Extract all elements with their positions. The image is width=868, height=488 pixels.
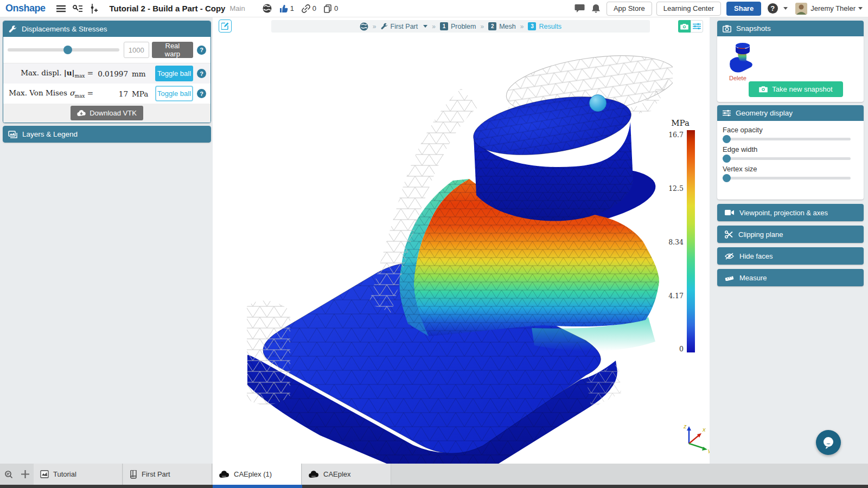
warp-value-input[interactable] (124, 42, 149, 58)
max-displacement-ball[interactable] (590, 95, 607, 112)
copies-indicator[interactable]: 0 (324, 4, 338, 13)
snapshot-delete-link[interactable]: Delete (729, 75, 746, 81)
3d-viewport[interactable]: » First Part » 1 Problem » 2 Mesh » 3 Re… (213, 17, 710, 464)
snapshot-thumbnail[interactable] (728, 39, 755, 74)
sliders-icon (723, 110, 731, 117)
colorbar-tick: 4.17 (653, 292, 684, 300)
geometry-display-panel: Geometry display Face opacity Edge width… (717, 105, 864, 200)
von-mises-value: 17 (93, 89, 128, 98)
tab-label: First Part (142, 470, 170, 478)
link-icon (302, 4, 310, 13)
tab-tutorial[interactable]: Tutorial (34, 464, 123, 485)
max-displacement-unit: mm (128, 69, 150, 78)
hamburger-menu-icon[interactable] (55, 3, 67, 15)
download-vtk-button[interactable]: Download VTK (71, 106, 143, 120)
breadcrumb-step-results[interactable]: 3 Results (528, 22, 561, 30)
von-mises-label: Max. Von Mises σmax = (8, 88, 93, 99)
svg-text:x: x (702, 426, 706, 433)
viewpoint-button[interactable]: Viewpoint, projection & axes (717, 204, 864, 221)
displacement-help-icon[interactable]: ? (197, 69, 206, 78)
viewpoint-button-label: Viewpoint, projection & axes (739, 209, 828, 217)
edit-button[interactable] (219, 20, 232, 33)
add-tab-icon[interactable] (21, 470, 30, 479)
warp-slider[interactable] (8, 48, 119, 52)
measure-button-label: Measure (739, 274, 767, 282)
displacements-panel: Displacements & Stresses Real warp ? Max… (3, 21, 211, 123)
help-menu[interactable]: ? (767, 3, 778, 15)
step-label-active: Results (539, 23, 561, 30)
edge-width-slider[interactable] (723, 157, 851, 160)
geometry-panel-title: Geometry display (736, 109, 793, 117)
eye-slash-icon (725, 253, 734, 260)
learning-center-button[interactable]: Learning Center (656, 2, 721, 16)
camera-icon (680, 23, 688, 30)
layers-panel: Layers & Legend (3, 126, 211, 143)
warp-help-icon[interactable]: ? (197, 46, 206, 55)
likes-indicator[interactable]: 1 (279, 4, 294, 13)
real-warp-button[interactable]: Real warp (152, 42, 193, 58)
tab-caeplex[interactable]: CAEplex (302, 464, 391, 485)
edge-width-thumb[interactable] (723, 155, 731, 163)
vertex-size-thumb[interactable] (723, 174, 731, 182)
face-opacity-slider[interactable] (723, 138, 851, 140)
warp-slider-thumb[interactable] (63, 46, 72, 54)
snapshots-panel-header[interactable]: Snapshots (717, 21, 864, 36)
share-button[interactable]: Share (726, 2, 761, 16)
geometry-panel-header[interactable]: Geometry display (717, 105, 864, 121)
chat-launcher[interactable] (816, 430, 841, 455)
clipping-plane-button[interactable]: Clipping plane (717, 226, 864, 243)
fea-model[interactable] (239, 46, 673, 464)
step-label: Mesh (499, 23, 516, 30)
globe-icon[interactable] (360, 22, 368, 31)
layers-icon (8, 131, 17, 138)
visibility-indicator[interactable] (263, 4, 272, 13)
bottom-tab-bar: Tutorial First Part CAEplex (1) CAEplex (0, 464, 868, 488)
sliders-icon (693, 23, 701, 30)
clipping-plane-button-label: Clipping plane (738, 230, 783, 239)
tab-manager-icon[interactable] (4, 470, 15, 479)
video-camera-icon (725, 209, 734, 216)
breadcrumb-step-mesh[interactable]: 2 Mesh (488, 22, 516, 30)
onshape-logo: Onshape (5, 3, 46, 14)
versions-icon[interactable] (72, 3, 84, 15)
displacements-panel-header[interactable]: Displacements & Stresses (3, 21, 210, 37)
screenshot-button[interactable] (678, 20, 691, 33)
camera-icon (759, 86, 768, 93)
tab-caeplex-1[interactable]: CAEplex (1) (213, 464, 302, 485)
user-caret-icon (858, 7, 863, 10)
left-sidebar: Displacements & Stresses Real warp ? Max… (0, 17, 213, 464)
comments-icon[interactable] (574, 3, 586, 15)
wrench-icon (381, 23, 388, 30)
display-options-button[interactable] (691, 20, 703, 33)
thumbs-up-icon (279, 4, 288, 13)
avatar[interactable] (795, 3, 807, 15)
app-store-button[interactable]: App Store (607, 2, 652, 16)
toggle-ball-von-mises-button[interactable]: Toggle ball (155, 86, 193, 101)
colorbar (687, 130, 695, 352)
layers-panel-header[interactable]: Layers & Legend (3, 126, 211, 143)
tab-label: Tutorial (53, 470, 76, 478)
breadcrumb-part[interactable]: First Part (381, 23, 428, 30)
cloud-download-icon (77, 110, 86, 117)
edit-pencil-icon (221, 22, 229, 30)
vertex-size-slider[interactable] (723, 177, 851, 179)
insert-version-icon[interactable] (88, 3, 100, 15)
colorbar-tick: 8.34 (653, 238, 684, 246)
tab-first-part[interactable]: First Part (123, 464, 212, 485)
breadcrumb-step-problem[interactable]: 1 Problem (440, 22, 476, 30)
step-badge-active: 3 (528, 22, 536, 30)
take-snapshot-button[interactable]: Take new snapshot (749, 81, 843, 97)
user-name[interactable]: Jeremy Theler (810, 4, 856, 12)
face-opacity-thumb[interactable] (723, 135, 731, 143)
hide-faces-button[interactable]: Hide faces (717, 247, 864, 265)
links-indicator[interactable]: 0 (302, 4, 316, 13)
notifications-icon[interactable] (590, 3, 602, 15)
copies-icon (324, 4, 332, 13)
toggle-ball-displacement-button[interactable]: Toggle ball (155, 66, 193, 81)
measure-button[interactable]: Measure (717, 269, 864, 286)
top-bar: Onshape Tutorial 2 - Build a Part - Copy… (0, 0, 868, 17)
von-mises-help-icon[interactable]: ? (197, 89, 206, 98)
edge-width-label: Edge width (723, 145, 864, 153)
part-caret-icon (423, 25, 427, 28)
von-mises-row: Max. Von Mises σmax = 17 MPa Toggle ball… (3, 84, 210, 104)
